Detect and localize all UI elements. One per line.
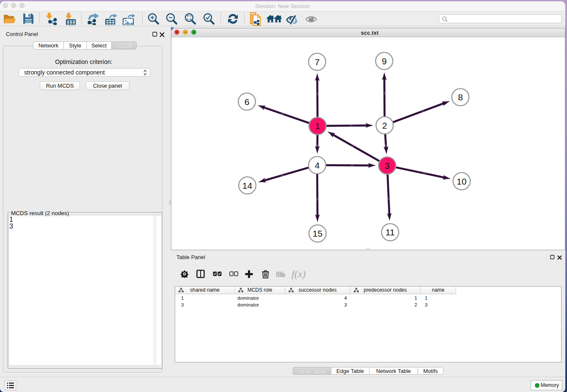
svg-text:4: 4 (315, 160, 320, 170)
svg-text:9: 9 (382, 56, 387, 66)
svg-text:6: 6 (245, 97, 250, 107)
svg-text:8: 8 (458, 92, 463, 102)
svg-text:3: 3 (385, 161, 390, 171)
svg-text:2: 2 (382, 121, 387, 130)
svg-text:10: 10 (457, 177, 466, 186)
svg-text:1: 1 (315, 121, 320, 131)
svg-text:7: 7 (315, 57, 320, 67)
svg-text:14: 14 (242, 181, 253, 190)
svg-text:15: 15 (313, 229, 322, 238)
svg-text:11: 11 (385, 227, 395, 237)
